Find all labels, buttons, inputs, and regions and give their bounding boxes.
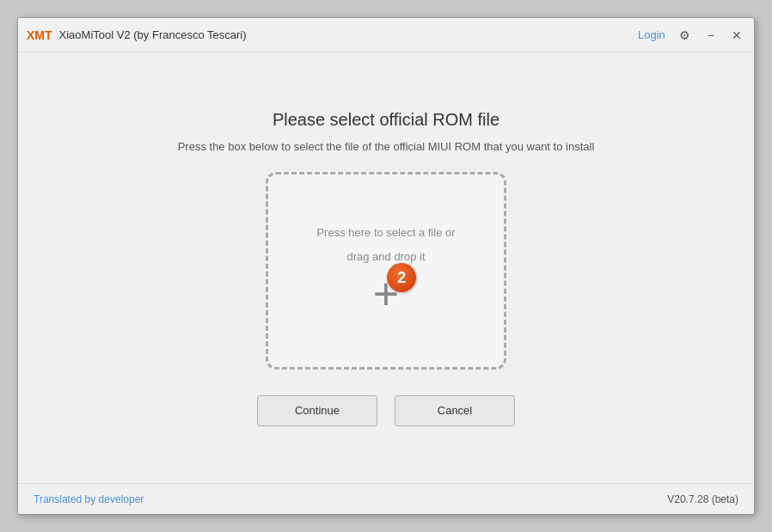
page-subtitle: Press the box below to select the file o… — [178, 140, 595, 153]
titlebar: XMT XiaoMiTool V2 (by Francesco Tescari)… — [18, 18, 754, 52]
minimize-button[interactable]: − — [704, 28, 718, 43]
badge-number: 2 — [387, 263, 416, 292]
main-content: Please select official ROM file Press th… — [18, 52, 754, 483]
continue-button[interactable]: Continue — [257, 395, 377, 426]
page-title: Please select official ROM file — [273, 110, 499, 130]
app-window: XMT XiaoMiTool V2 (by Francesco Tescari)… — [17, 17, 755, 515]
footer-translated: Translated by developer — [34, 493, 144, 505]
titlebar-actions: Login ⚙ − ✕ — [638, 28, 745, 43]
app-logo: XMT — [27, 28, 52, 42]
button-row: Continue Cancel — [257, 395, 515, 426]
dropzone-text-line2: drag and drop it — [346, 248, 425, 266]
footer: Translated by developer V20.7.28 (beta) — [18, 483, 754, 514]
login-link[interactable]: Login — [638, 28, 665, 41]
version-label: V20.7.28 (beta) — [667, 493, 738, 505]
dropzone-text-line1: Press here to select a file or — [316, 224, 455, 242]
cancel-button[interactable]: Cancel — [395, 395, 515, 426]
settings-button[interactable]: ⚙ — [676, 28, 694, 43]
translated-label: Translated by — [34, 493, 95, 505]
translated-by: developer — [99, 493, 144, 505]
app-title: XiaoMiTool V2 (by Francesco Tescari) — [59, 28, 638, 41]
plus-wrapper: + 2 — [373, 272, 399, 316]
file-drop-zone[interactable]: Press here to select a file or drag and … — [266, 172, 506, 370]
close-button[interactable]: ✕ — [728, 28, 745, 43]
